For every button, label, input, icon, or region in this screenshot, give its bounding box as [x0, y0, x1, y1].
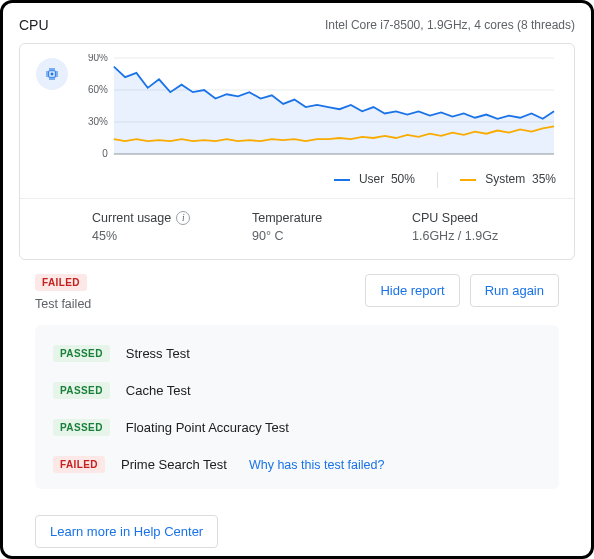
test-name: Floating Point Accuracy Test: [126, 420, 289, 435]
cpu-model-text: Intel Core i7-8500, 1.9GHz, 4 cores (8 t…: [325, 18, 575, 32]
test-result-row: FAILEDPrime Search TestWhy has this test…: [49, 446, 545, 483]
status-badge: PASSED: [53, 345, 110, 362]
test-result-row: PASSEDCache Test: [49, 372, 545, 409]
status-badge: PASSED: [53, 382, 110, 399]
metric-temperature: Temperature 90° C: [252, 211, 372, 243]
overall-status-text: Test failed: [35, 297, 91, 311]
metrics-card: 90%60%30%0 User 50% System 35% Current u…: [19, 43, 575, 260]
overall-status-badge: FAILED: [35, 274, 87, 291]
test-results-list: PASSEDStress TestPASSEDCache TestPASSEDF…: [35, 325, 559, 489]
run-again-button[interactable]: Run again: [470, 274, 559, 307]
test-name: Cache Test: [126, 383, 191, 398]
hide-report-button[interactable]: Hide report: [365, 274, 459, 307]
info-icon[interactable]: i: [176, 211, 190, 225]
test-name: Stress Test: [126, 346, 190, 361]
svg-text:30%: 30%: [88, 116, 108, 127]
status-badge: FAILED: [53, 456, 105, 473]
status-badge: PASSED: [53, 419, 110, 436]
metric-cpu-speed: CPU Speed 1.6GHz / 1.9Gz: [412, 211, 532, 243]
svg-text:0: 0: [102, 148, 108, 159]
svg-text:60%: 60%: [88, 84, 108, 95]
test-result-row: PASSEDStress Test: [49, 335, 545, 372]
panel-header: CPU Intel Core i7-8500, 1.9GHz, 4 cores …: [19, 17, 575, 33]
usage-chart: 90%60%30%0: [80, 54, 558, 164]
test-result-row: PASSEDFloating Point Accuracy Test: [49, 409, 545, 446]
legend-user: User 50%: [334, 172, 415, 188]
chart-legend: User 50% System 35%: [20, 164, 574, 199]
panel-title: CPU: [19, 17, 49, 33]
test-section: FAILED Test failed Hide report Run again…: [19, 260, 575, 501]
metric-current-usage: Current usage i 45%: [92, 211, 212, 243]
svg-text:90%: 90%: [88, 54, 108, 63]
svg-rect-1: [51, 73, 54, 76]
why-failed-link[interactable]: Why has this test failed?: [249, 458, 384, 472]
cpu-icon: [36, 58, 68, 90]
test-name: Prime Search Test: [121, 457, 227, 472]
learn-more-button[interactable]: Learn more in Help Center: [35, 515, 218, 548]
metrics-row: Current usage i 45% Temperature 90° C CP…: [20, 199, 574, 259]
legend-system: System 35%: [460, 172, 556, 188]
